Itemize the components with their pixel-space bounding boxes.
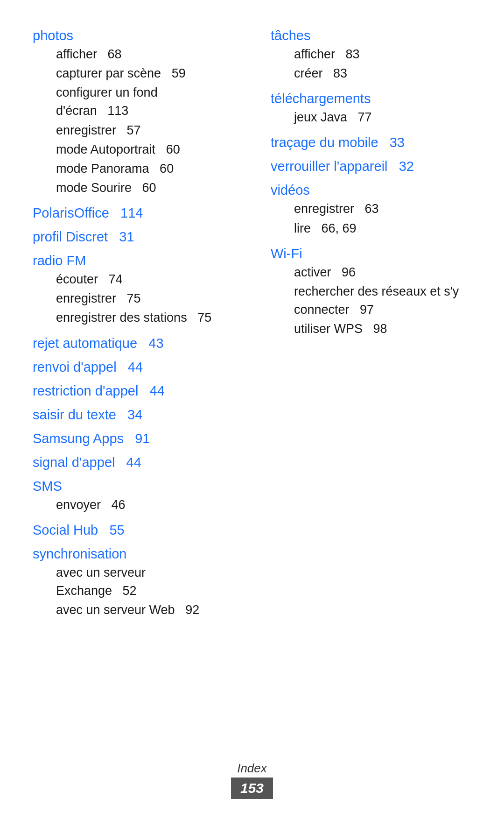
category-restriction-appel: restriction d'appel 44 <box>33 383 233 399</box>
index-item: utiliser WPS 98 <box>294 320 471 338</box>
category-renvoi-appel: renvoi d'appel 44 <box>33 360 233 375</box>
index-item: afficher 68 <box>56 45 233 64</box>
category-polarisoffice: PolarisOffice 114 <box>33 205 233 221</box>
category-samsung-apps: Samsung Apps 91 <box>33 431 233 446</box>
footer-page-number: 153 <box>231 778 273 799</box>
index-item: enregistrer 63 <box>294 200 471 218</box>
index-item: enregistrer 57 <box>56 121 233 140</box>
category-verrouiller-appareil: verrouiller l'appareil 32 <box>271 159 471 174</box>
category-rejet-automatique: rejet automatique 43 <box>33 336 233 351</box>
index-item: afficher 83 <box>294 45 471 64</box>
index-item: enregistrer des stations 75 <box>56 309 233 327</box>
category-wifi: Wi-Fi <box>271 246 471 262</box>
footer-label: Index <box>237 761 267 776</box>
index-item: lire 66, 69 <box>294 219 471 238</box>
index-item: mode Sourire 60 <box>56 179 233 197</box>
category-photos: photos <box>33 28 233 43</box>
index-item: activer 96 <box>294 263 471 282</box>
index-item: capturer par scène 59 <box>56 64 233 83</box>
right-column: tâches afficher 83 créer 83 téléchargeme… <box>252 28 471 619</box>
index-item: avec un serveurExchange 52 <box>56 564 233 600</box>
category-telechargements: téléchargements <box>271 91 471 106</box>
index-item: envoyer 46 <box>56 496 233 514</box>
index-item: configurer un fondd'écran 113 <box>56 84 233 120</box>
index-item: mode Autoportrait 60 <box>56 141 233 159</box>
index-item: jeux Java 77 <box>294 108 471 127</box>
category-radio-fm: radio FM <box>33 253 233 269</box>
category-social-hub: Social Hub 55 <box>33 523 233 538</box>
category-synchronisation: synchronisation <box>33 546 233 562</box>
category-sms: SMS <box>33 479 233 494</box>
page-content: photos afficher 68 capturer par scène 59… <box>0 0 504 675</box>
category-signal-appel: signal d'appel 44 <box>33 455 233 470</box>
category-taches: tâches <box>271 28 471 43</box>
index-item: avec un serveur Web 92 <box>56 601 233 619</box>
left-column: photos afficher 68 capturer par scène 59… <box>33 28 252 619</box>
page-footer: Index 153 <box>0 761 504 799</box>
category-saisir-texte: saisir du texte 34 <box>33 407 233 423</box>
index-item: enregistrer 75 <box>56 290 233 308</box>
index-item: écouter 74 <box>56 270 233 289</box>
index-item: créer 83 <box>294 64 471 83</box>
category-tracage-mobile: traçage du mobile 33 <box>271 135 471 150</box>
category-videos: vidéos <box>271 183 471 198</box>
index-item: mode Panorama 60 <box>56 160 233 178</box>
category-profil-discret: profil Discret 31 <box>33 229 233 245</box>
index-item: rechercher des réseaux et s'yconnecter 9… <box>294 283 471 319</box>
